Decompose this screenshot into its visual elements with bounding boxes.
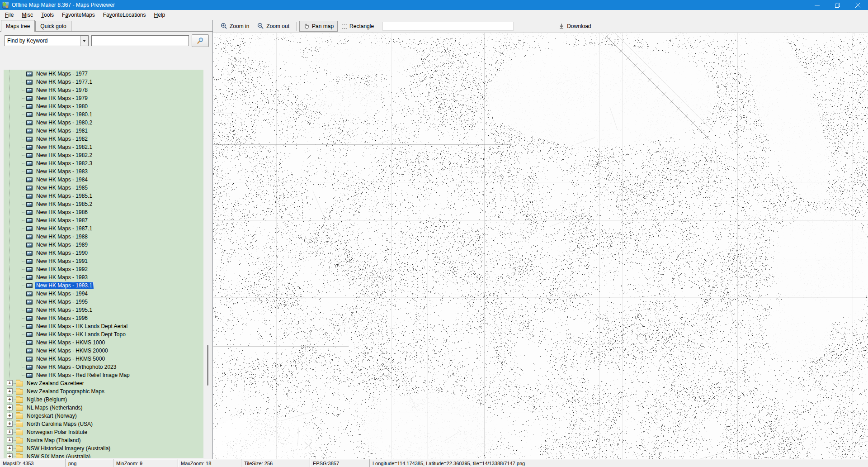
tree-item[interactable]: New HK Maps - 1987.1 <box>4 224 203 233</box>
tree-item-label: New HK Maps - 1982.2 <box>35 152 94 159</box>
tree-item[interactable]: New HK Maps - 1989 <box>4 241 203 249</box>
tree-folder[interactable]: +New Zealand Topographic Maps <box>4 387 203 396</box>
search-row: Find by Keyword <box>0 32 212 50</box>
plus-box-icon[interactable]: + <box>7 413 13 419</box>
plus-box-icon[interactable]: + <box>7 380 13 386</box>
tree-scrollbar[interactable] <box>204 70 212 458</box>
tree-item[interactable]: New HK Maps - 1994 <box>4 290 203 298</box>
tree-item[interactable]: New HK Maps - HKMS 20000 <box>4 347 203 355</box>
tree-item[interactable]: New HK Maps - 1981 <box>4 127 203 135</box>
zoom-out-button[interactable]: Zoom out <box>253 21 293 32</box>
menu-favoritelocations[interactable]: FavoriteLocations <box>99 10 150 19</box>
tree-folder[interactable]: +Norgeskart (Norway) <box>4 412 203 420</box>
map-toolbar: Zoom in Zoom out Pan map <box>213 20 868 33</box>
find-mode-dropdown[interactable]: Find by Keyword <box>5 35 89 46</box>
chevron-down-icon[interactable] <box>80 36 88 46</box>
tab-quick-goto[interactable]: Quick goto <box>35 21 71 32</box>
map-thumbnail-icon <box>26 275 33 280</box>
tree-item[interactable]: New HK Maps - 1990 <box>4 249 203 257</box>
folder-icon <box>16 414 23 419</box>
tree-folder[interactable]: +Ngi.be (Belgium) <box>4 396 203 404</box>
tree-item[interactable]: New HK Maps - 1985.2 <box>4 200 203 208</box>
tree-item[interactable]: New HK Maps - 1995.1 <box>4 306 203 314</box>
plus-box-icon[interactable]: + <box>7 421 13 427</box>
menu-tools[interactable]: Tools <box>37 10 58 19</box>
tree-item[interactable]: New HK Maps - 1982.2 <box>4 151 203 159</box>
minimize-button[interactable] <box>807 0 827 10</box>
map-thumbnail-icon <box>26 88 33 93</box>
map-thumbnail-icon <box>26 308 33 313</box>
plus-box-icon[interactable]: + <box>7 453 13 458</box>
zoom-in-button[interactable]: Zoom in <box>217 21 253 32</box>
menu-favoritemaps[interactable]: FavoriteMaps <box>58 10 99 19</box>
tree-folder[interactable]: +Norwegian Polar Institute <box>4 428 203 436</box>
tree-item[interactable]: New HK Maps - 1996 <box>4 314 203 322</box>
tree-item-label: New HK Maps - 1996 <box>35 315 89 322</box>
tree-item[interactable]: New HK Maps - HKMS 1000 <box>4 338 203 347</box>
restore-button[interactable] <box>827 0 848 10</box>
tree-item[interactable]: New HK Maps - HK Lands Dept Aerial <box>4 322 203 330</box>
search-button[interactable] <box>192 34 209 47</box>
tree-item[interactable]: New HK Maps - Red Relief Image Map <box>4 371 203 379</box>
toolbar-input[interactable] <box>382 22 514 31</box>
tree-item[interactable]: New HK Maps - 1986 <box>4 208 203 216</box>
tree-item[interactable]: New HK Maps - 1982.3 <box>4 159 203 167</box>
tree-item[interactable]: New HK Maps - 1982.1 <box>4 143 203 151</box>
tab-maps-tree[interactable]: Maps tree <box>1 20 35 32</box>
tree-item[interactable]: New HK Maps - 1980 <box>4 102 203 110</box>
menu-file[interactable]: File <box>1 10 18 19</box>
pan-map-button[interactable]: Pan map <box>299 21 338 32</box>
map-thumbnail-icon <box>26 129 33 133</box>
tree-folder[interactable]: +Nostra Map (Thailand) <box>4 436 203 444</box>
plus-box-icon[interactable]: + <box>7 388 13 394</box>
tree-item[interactable]: New HK Maps - 1980.1 <box>4 110 203 119</box>
tree-item[interactable]: New HK Maps - 1977 <box>4 70 203 78</box>
plus-box-icon[interactable]: + <box>7 445 13 451</box>
tree-item[interactable]: New HK Maps - 1988 <box>4 233 203 241</box>
tree-item-label: NSW SIX Maps (Australia) <box>25 453 92 458</box>
tree-item[interactable]: New HK Maps - 1987 <box>4 216 203 224</box>
tree-item[interactable]: New HK Maps - 1985 <box>4 184 203 192</box>
tree-item[interactable]: New HK Maps - 1978 <box>4 86 203 94</box>
tree-item[interactable]: New HK Maps - 1979 <box>4 94 203 102</box>
tree-folder[interactable]: +NL Maps (Netherlands) <box>4 404 203 412</box>
tree-item[interactable]: New HK Maps - 1980.2 <box>4 119 203 127</box>
tree-item[interactable]: New HK Maps - 1977.1 <box>4 78 203 86</box>
map-thumbnail-icon <box>26 210 33 215</box>
plus-box-icon[interactable]: + <box>7 405 13 410</box>
tree-item[interactable]: New HK Maps - 1993.1 <box>4 281 203 290</box>
tree-scrollbar-thumb[interactable] <box>207 345 208 386</box>
tree-item[interactable]: New HK Maps - HK Lands Dept Topo <box>4 330 203 338</box>
tree-item[interactable]: New HK Maps - 1992 <box>4 265 203 273</box>
tree-folder[interactable]: +NSW Historical Imagery (Australia) <box>4 444 203 453</box>
toolbar-separator <box>296 22 297 31</box>
tree-item[interactable]: New HK Maps - 1984 <box>4 176 203 184</box>
tree-folder[interactable]: +NSW SIX Maps (Australia) <box>4 453 203 458</box>
tree-item[interactable]: New HK Maps - 1995 <box>4 298 203 306</box>
tree-item[interactable]: New HK Maps - Orthophoto 2023 <box>4 363 203 371</box>
close-button[interactable] <box>848 0 868 10</box>
keyword-input[interactable] <box>91 35 189 46</box>
menu-misc[interactable]: Misc <box>18 10 37 19</box>
plus-box-icon[interactable]: + <box>7 429 13 435</box>
tree-item-label: New HK Maps - 1987.1 <box>35 225 94 232</box>
map-thumbnail-icon <box>26 340 33 345</box>
rectangle-button[interactable]: Rectangle <box>338 21 378 32</box>
map-thumbnail-icon <box>26 373 33 378</box>
tree-item[interactable]: New HK Maps - 1991 <box>4 257 203 265</box>
tree-item[interactable]: New HK Maps - HKMS 5000 <box>4 355 203 363</box>
tree-item-label: New HK Maps - 1986 <box>35 209 89 216</box>
tree-item[interactable]: New HK Maps - 1983 <box>4 167 203 176</box>
tree-item[interactable]: New HK Maps - 1982 <box>4 135 203 143</box>
tree-folder[interactable]: +North Carolina Maps (USA) <box>4 420 203 428</box>
tree-item[interactable]: New HK Maps - 1993 <box>4 273 203 281</box>
map-viewport[interactable] <box>213 33 868 459</box>
tree-folder[interactable]: +New Zealand Gazetteer <box>4 379 203 387</box>
plus-box-icon[interactable]: + <box>7 437 13 443</box>
download-button[interactable]: Download <box>554 21 595 32</box>
menu-help[interactable]: Help <box>150 10 170 19</box>
tree-item[interactable]: New HK Maps - 1985.1 <box>4 192 203 200</box>
map-thumbnail-icon <box>26 80 33 85</box>
tree-item-label: New HK Maps - 1985.2 <box>35 200 94 208</box>
plus-box-icon[interactable]: + <box>7 396 13 402</box>
